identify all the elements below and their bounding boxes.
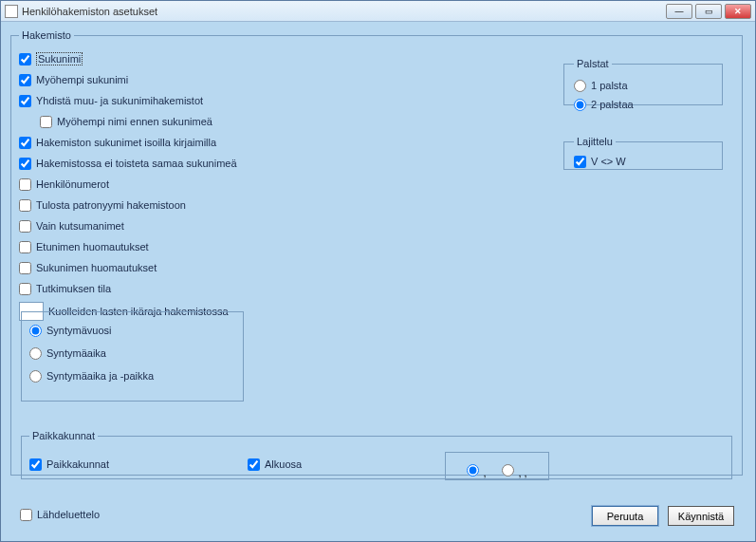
chk-sukunimen[interactable] (19, 262, 31, 274)
lbl-1palsta[interactable]: 1 palsta (591, 80, 628, 91)
radio-syntymavuosi[interactable] (29, 325, 42, 337)
lbl-paikkakunnat[interactable]: Paikkakunnat (46, 458, 109, 470)
group-syntyma: Syntymävuosi Syntymäaika Syntymäaika ja … (21, 311, 244, 402)
lbl-etunimen[interactable]: Etunimen huomautukset (36, 241, 149, 252)
group-palstat: Palstat 1 palsta 2 palstaa (563, 58, 723, 105)
radio-sep2[interactable] (502, 464, 514, 477)
chk-alkuosa[interactable] (248, 458, 260, 471)
lbl-myohempi-ennen[interactable]: Myöhempi nimi ennen sukunimeä (57, 116, 212, 127)
chk-yhdista[interactable] (19, 95, 31, 107)
chk-patronyymi[interactable] (19, 199, 31, 212)
lbl-syntymaaika-paikka[interactable]: Syntymäaika ja -paikka (46, 370, 154, 382)
lbl-sep1[interactable]: , (483, 467, 486, 478)
chk-myohempi-ennen[interactable] (40, 116, 52, 128)
radio-syntymaaika[interactable] (29, 347, 42, 360)
lbl-patronyymi[interactable]: Tulosta patronyymi hakemistoon (36, 199, 186, 211)
lbl-myohempi[interactable]: Myöhempi sukunimi (36, 74, 128, 85)
radio-syntymaaika-paikka[interactable] (29, 370, 42, 383)
lbl-sukunimi[interactable]: Sukunimi (36, 53, 83, 65)
lbl-tutkimuksen[interactable]: Tutkimuksen tila (36, 283, 111, 294)
minimize-button[interactable]: — (666, 4, 692, 19)
bottom-buttons: Peruuta Käynnistä (592, 506, 734, 526)
radio-2palstaa[interactable] (574, 99, 586, 111)
chk-tutkimuksen[interactable] (19, 283, 31, 295)
lbl-vw[interactable]: V <> W (591, 156, 626, 167)
chk-isoilla[interactable] (19, 137, 31, 149)
chk-henkilonumerot[interactable] (19, 178, 31, 191)
chk-kutsumanimet[interactable] (19, 220, 31, 233)
group-lajittelu: Lajittelu V <> W (563, 136, 723, 170)
content-area: Hakemisto Sukunimi Myöhempi sukunimi Yhd… (1, 22, 755, 541)
radio-sep1[interactable] (467, 464, 479, 477)
window: Henkilöhakemiston asetukset — ▭ ✕ Hakemi… (0, 0, 756, 542)
window-title: Henkilöhakemiston asetukset (22, 6, 666, 17)
group-separator: , , , (445, 452, 549, 480)
group-hakemisto-legend: Hakemisto (19, 29, 74, 41)
chk-ei-toisteta[interactable] (19, 158, 31, 170)
peruuta-button[interactable]: Peruuta (592, 506, 658, 526)
lbl-lahdeluettelo[interactable]: Lähdeluettelo (37, 509, 100, 520)
lbl-kutsumanimet[interactable]: Vain kutsumanimet (36, 220, 124, 232)
chk-sukunimi[interactable] (19, 53, 31, 65)
close-button[interactable]: ✕ (725, 4, 751, 19)
chk-myohempi[interactable] (19, 74, 31, 86)
group-paikkakunnat: Paikkakunnat Paikkakunnat Alkuosa , , , (21, 430, 732, 479)
lbl-alkuosa[interactable]: Alkuosa (265, 458, 302, 470)
maximize-button[interactable]: ▭ (695, 4, 722, 19)
chk-paikkakunnat[interactable] (29, 458, 42, 471)
lbl-sukunimen[interactable]: Sukunimen huomautukset (36, 262, 157, 273)
lbl-sep2[interactable]: , , (518, 467, 526, 478)
lbl-syntymavuosi[interactable]: Syntymävuosi (46, 325, 111, 336)
chk-etunimen[interactable] (19, 241, 31, 253)
group-palstat-legend: Palstat (574, 58, 612, 69)
chk-lahdeluettelo[interactable] (20, 509, 32, 521)
chk-vw[interactable] (574, 156, 586, 168)
group-paikkakunnat-legend: Paikkakunnat (29, 430, 98, 441)
group-lajittelu-legend: Lajittelu (574, 136, 616, 147)
titlebar: Henkilöhakemiston asetukset — ▭ ✕ (1, 1, 755, 22)
app-icon (5, 5, 18, 18)
radio-1palsta[interactable] (574, 80, 586, 92)
kaynnista-button[interactable]: Käynnistä (668, 506, 734, 526)
lbl-ei-toisteta[interactable]: Hakemistossa ei toisteta samaa sukunimeä (36, 158, 237, 169)
lbl-2palstaa[interactable]: 2 palstaa (591, 99, 634, 110)
lbl-henkilonumerot[interactable]: Henkilönumerot (36, 178, 109, 190)
group-hakemisto: Hakemisto Sukunimi Myöhempi sukunimi Yhd… (10, 29, 743, 476)
lbl-isoilla[interactable]: Hakemiston sukunimet isoilla kirjaimilla (36, 137, 216, 148)
lbl-yhdista[interactable]: Yhdistä muu- ja sukunimihakemistot (36, 95, 203, 106)
lbl-syntymaaika[interactable]: Syntymäaika (46, 347, 106, 359)
